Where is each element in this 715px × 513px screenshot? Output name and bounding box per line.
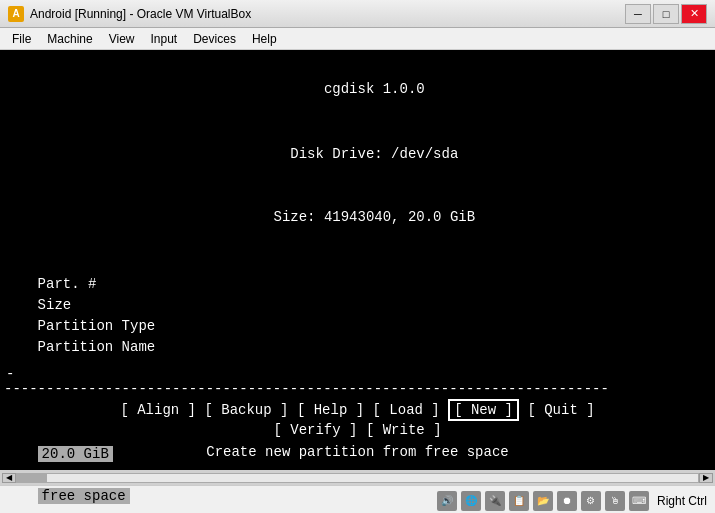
vm-terminal[interactable]: cgdisk 1.0.0 Disk Drive: /dev/sda Size: … (0, 50, 715, 470)
scroll-thumb[interactable] (17, 474, 47, 482)
window-controls: ─ □ ✕ (625, 4, 707, 24)
app-icon: A (8, 6, 24, 22)
minimize-button[interactable]: ─ (625, 4, 651, 24)
menu-help[interactable]: Help (244, 30, 285, 48)
menu-input[interactable]: Input (143, 30, 186, 48)
help-btn[interactable]: Help (314, 402, 348, 418)
scroll-track[interactable] (16, 473, 699, 483)
backup-btn[interactable]: Backup (221, 402, 271, 418)
menu-file[interactable]: File (4, 30, 39, 48)
new-btn[interactable]: [ New ] (448, 399, 519, 421)
align-btn[interactable]: Align (137, 402, 179, 418)
disk-size-line: Size: 41943040, 20.0 GiB (4, 186, 711, 249)
write-btn[interactable]: Write (383, 422, 425, 438)
menu-devices[interactable]: Devices (185, 30, 244, 48)
quit-btn[interactable]: Quit (544, 402, 578, 418)
type-cell: free space (38, 488, 130, 504)
status-message: Create new partition from free space (0, 444, 715, 460)
cgdisk-header: cgdisk 1.0.0 (4, 58, 711, 121)
menu-view[interactable]: View (101, 30, 143, 48)
menubar: File Machine View Input Devices Help (0, 28, 715, 50)
close-button[interactable]: ✕ (681, 4, 707, 24)
menu-machine[interactable]: Machine (39, 30, 100, 48)
window-title: Android [Running] - Oracle VM VirtualBox (30, 7, 625, 21)
separator: ----------------------------------------… (4, 379, 711, 400)
table-header: Part. # Size Partition Type Partition Na… (4, 253, 711, 379)
verify-btn[interactable]: Verify (290, 422, 340, 438)
load-btn[interactable]: Load (389, 402, 423, 418)
terminal-cursor: - (6, 366, 14, 382)
maximize-button[interactable]: □ (653, 4, 679, 24)
menu-row-2: [ Verify ] [ Write ] (0, 422, 715, 438)
menu-row-1: [ Align ] [ Backup ] [ Help ] [ Load ] [… (0, 402, 715, 418)
titlebar: A Android [Running] - Oracle VM VirtualB… (0, 0, 715, 28)
disk-drive-line: Disk Drive: /dev/sda (4, 123, 711, 186)
